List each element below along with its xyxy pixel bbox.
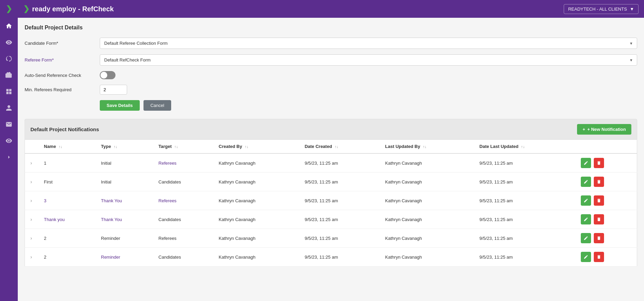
auto-send-label: Auto-Send Reference Check [25,73,100,78]
sidebar-item-mail[interactable] [0,116,18,133]
referee-form-label: Referee Form* [25,57,100,63]
sidebar-item-analytics[interactable] [0,51,18,67]
table-row: › 1 Initial Referees Kathryn Cavanagh 9/… [25,153,637,173]
row-last-updated-by-1: Kathryn Cavanagh [380,173,474,191]
action-buttons: Save Details Cancel [100,100,171,111]
min-referees-input[interactable] [100,85,127,95]
sort-createdby-icon[interactable]: ↑↓ [245,145,248,149]
sort-datecreated-icon[interactable]: ↑↓ [334,145,338,149]
referee-form-row: Referee Form* Default RefCheck Form [25,54,637,66]
row-name-0: 1 [39,153,96,173]
delete-button-4[interactable] [594,233,604,243]
auto-send-row: Auto-Send Reference Check [25,71,637,79]
edit-button-1[interactable] [581,177,591,187]
row-date-created-1: 9/5/23, 11:25 am [299,173,380,191]
sort-target-icon[interactable]: ↑↓ [174,145,178,149]
sidebar-item-visibility[interactable] [0,133,18,149]
sort-datelastupdated-icon[interactable]: ↑↓ [521,145,525,149]
th-last-updated-by: Last Updated By ↑↓ [380,140,474,153]
expand-icon-3[interactable]: › [30,217,32,222]
target-text-4: Referees [159,236,177,241]
row-type-0: Initial [96,153,153,173]
row-expand-5[interactable]: › [25,248,39,266]
topbar: ❯ ready employ - RefCheck READYTECH - AL… [18,0,644,18]
candidate-form-select-wrap: Default Referee Collection Form [100,38,637,49]
delete-button-1[interactable] [594,177,604,187]
referee-form-select[interactable]: Default RefCheck Form [100,54,637,66]
delete-button-5[interactable] [594,252,604,262]
type-text-3[interactable]: Thank You [101,217,122,222]
expand-icon-0[interactable]: › [30,160,32,166]
delete-button-3[interactable] [594,214,604,224]
expand-icon-5[interactable]: › [30,254,32,260]
row-created-by-2: Kathryn Cavanagh [213,191,299,210]
target-text-0[interactable]: Referees [159,161,177,166]
row-type-5: Reminder [96,248,153,266]
svg-point-0 [8,140,10,142]
sort-lastupdatedby-icon[interactable]: ↑↓ [423,145,427,149]
new-notification-button[interactable]: + + New Notification [577,124,631,135]
expand-icon-1[interactable]: › [30,179,32,184]
sidebar-item-home[interactable] [0,18,18,34]
table-row: › First Initial Candidates Kathryn Cavan… [25,173,637,191]
row-type-2: Thank You [96,191,153,210]
row-name-1: First [39,173,96,191]
notifications-header: Default Project Notifications + + New No… [25,119,637,140]
section-title: Default Project Details [25,25,637,31]
edit-button-4[interactable] [581,233,591,243]
sort-type-icon[interactable]: ↑↓ [114,145,118,149]
row-name-2: 3 [39,191,96,210]
sidebar-item-eye[interactable] [0,34,18,51]
candidate-form-label: Candidate Form* [25,41,100,46]
type-text-5[interactable]: Reminder [101,255,120,260]
save-button[interactable]: Save Details [100,100,140,111]
main-content: Default Project Details Candidate Form* … [18,18,644,301]
row-date-created-0: 9/5/23, 11:25 am [299,153,380,173]
sidebar-item-briefcase[interactable] [0,67,18,83]
target-text-3: Candidates [159,217,181,222]
row-date-created-4: 9/5/23, 11:25 am [299,229,380,248]
edit-button-2[interactable] [581,195,591,206]
row-expand-3[interactable]: › [25,210,39,229]
logo-chevron-icon: ❯ [6,4,12,13]
expand-icon-2[interactable]: › [30,198,32,203]
sidebar-item-grid[interactable] [0,83,18,100]
type-text-4: Reminder [101,236,120,241]
row-expand-4[interactable]: › [25,229,39,248]
type-text-2[interactable]: Thank You [101,198,122,203]
app-title: ❯ ready employ - RefCheck [23,4,114,13]
candidate-form-select[interactable]: Default Referee Collection Form [100,38,637,49]
cancel-button[interactable]: Cancel [143,100,171,111]
delete-button-2[interactable] [594,195,604,206]
min-referees-label: Min. Referees Required [25,87,100,92]
expand-icon-4[interactable]: › [30,235,32,241]
delete-button-0[interactable] [594,158,604,168]
referee-form-control: Default RefCheck Form [100,54,637,66]
row-expand-0[interactable]: › [25,153,39,173]
sidebar-item-person[interactable] [0,100,18,116]
name-text-2[interactable]: 3 [44,198,46,203]
row-created-by-3: Kathryn Cavanagh [213,210,299,229]
row-target-2: Referees [153,191,213,210]
row-created-by-1: Kathryn Cavanagh [213,173,299,191]
name-text-3[interactable]: Thank you [44,217,65,222]
sort-name-icon[interactable]: ↑↓ [59,145,63,149]
edit-button-0[interactable] [581,158,591,168]
new-notification-label: + New Notification [587,127,626,132]
row-last-updated-by-4: Kathryn Cavanagh [380,229,474,248]
edit-button-5[interactable] [581,252,591,262]
sidebar-item-arrow[interactable] [0,149,18,165]
row-expand-2[interactable]: › [25,191,39,210]
row-actions-1 [575,173,637,191]
row-name-4: 2 [39,229,96,248]
row-last-updated-by-2: Kathryn Cavanagh [380,191,474,210]
row-expand-1[interactable]: › [25,173,39,191]
auto-send-toggle[interactable] [100,71,115,79]
row-date-last-updated-5: 9/5/23, 11:25 am [474,248,575,266]
type-text-0: Initial [101,161,111,166]
client-selector[interactable]: READYTECH - ALL CLIENTS ▼ [564,4,639,14]
notifications-table: Name ↑↓ Type ↑↓ Target ↑↓ Created By ↑↓ … [25,140,637,266]
edit-button-3[interactable] [581,214,591,224]
target-text-2[interactable]: Referees [159,198,177,203]
th-date-created: Date Created ↑↓ [299,140,380,153]
